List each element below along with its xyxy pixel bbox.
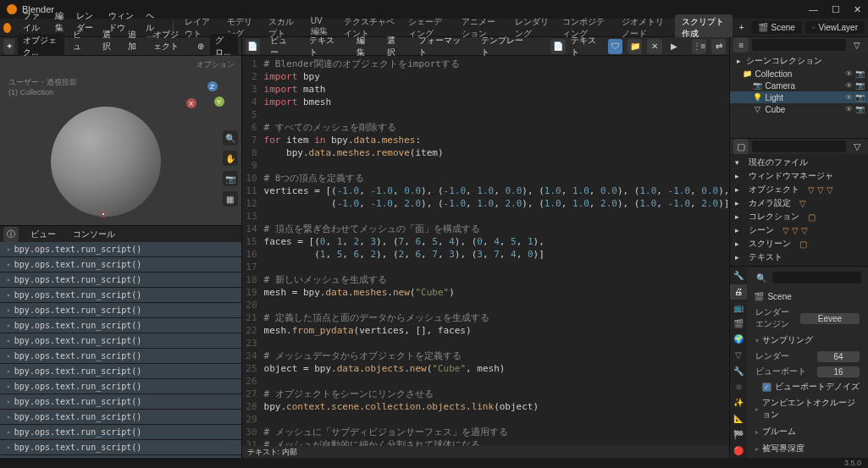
prop-tab[interactable]: 🎬 [730,316,747,331]
props-section[interactable]: ブルーム [750,423,865,440]
prop-tab[interactable]: 🔧 [730,364,747,379]
props-section[interactable]: SSS [750,457,865,458]
console-line[interactable]: ▸bpy.ops.text.run_script() [0,273,241,288]
console-line[interactable]: ▸bpy.ops.text.run_script() [0,318,241,333]
console-line[interactable]: ▸bpy.ops.text.run_script() [0,440,241,455]
close-button[interactable]: ✕ [854,4,861,15]
filter-icon[interactable]: ▽ [849,139,865,154]
outliner-editor-icon[interactable]: ≡ [733,37,749,52]
transform-dropdown-icon[interactable]: ⊕ [196,39,207,54]
prop-tab[interactable]: ⚛ [730,379,747,394]
sampling-section[interactable]: サンプリング [750,332,865,349]
blend-file-row[interactable]: ▸カメラ設定▽ [730,196,868,210]
line-numbers-icon[interactable]: ⋮≡ [692,39,706,54]
viewport-samples-input[interactable]: 16 [817,366,860,377]
blend-file-search[interactable] [752,140,846,152]
props-search[interactable] [772,272,861,284]
info-menu[interactable]: ビュー [25,227,61,242]
gizmo-dropdown[interactable]: グロ... [210,34,238,59]
info-menu[interactable]: コンソール [68,227,120,242]
scene-selector[interactable]: 🎬Scene [751,21,802,34]
y-axis-icon[interactable]: Y [214,96,224,107]
console-line[interactable]: ▸bpy.ops.text.run_script() [0,425,241,440]
search-icon[interactable]: 🔍 [754,270,769,285]
props-section[interactable]: 被写界深度 [750,440,865,457]
denoise-checkbox[interactable]: ✓ [762,383,771,392]
zoom-icon[interactable]: 🔍 [223,130,238,146]
blender-icon[interactable] [3,23,11,33]
console-line[interactable]: ▸bpy.ops.text.run_script() [0,394,241,410]
pan-icon[interactable]: ✋ [223,151,238,166]
outliner-search[interactable] [752,39,846,51]
outliner-item[interactable]: 📁Collection👁📷 [730,68,868,80]
prop-tab[interactable]: 🔧 [730,268,747,284]
console-line[interactable]: ▸bpy.ops.text.run_script() [0,364,241,379]
filter-icon[interactable]: ▽ [849,37,865,52]
console-line[interactable]: ▸bpy.ops.text.run_script() [0,288,241,303]
render-samples-input[interactable]: 64 [817,351,860,362]
z-axis-icon[interactable]: Z [207,81,218,91]
prop-tab[interactable]: ✨ [730,395,747,410]
outliner-item[interactable]: 📷Camera👁📷 [730,80,868,91]
eye-icon[interactable]: 👁 [845,93,853,102]
outliner-item[interactable]: 💡Light👁📷 [730,91,868,103]
axis-gizmo[interactable]: Z Y X [182,81,224,124]
run-script-button[interactable]: ▶ [667,39,682,54]
syntax-highlight-icon[interactable]: ⇄ [711,39,726,54]
prop-tab[interactable]: 📐 [730,411,747,427]
prop-tab[interactable]: 🏁 [730,427,747,443]
text-name-field[interactable]: テキスト [571,35,603,58]
mode-dropdown[interactable]: オブジェク... [18,34,64,59]
eye-icon[interactable]: 👁 [845,105,853,113]
minimize-button[interactable]: — [809,4,818,15]
prop-tab[interactable]: 🔴 [730,443,747,458]
console-line[interactable]: ▸bpy.ops.text.run_script() [0,257,241,273]
text-editor-icon[interactable]: 📄 [246,39,260,54]
prop-tab[interactable]: 🌍 [730,332,747,347]
sphere-mesh[interactable] [51,107,161,217]
maximize-button[interactable]: ☐ [832,4,840,15]
console-line[interactable]: ▸bpy.ops.text.run_script() [0,242,241,257]
perspective-icon[interactable]: ▦ [223,191,238,206]
info-log-panel[interactable]: ▸bpy.ops.text.run_script()▸bpy.ops.text.… [0,242,241,458]
render-engine-dropdown[interactable]: Eevee [800,313,860,324]
console-line[interactable]: ▸bpy.ops.text.run_script() [0,455,241,458]
shield-icon[interactable]: 🛡 [608,39,622,54]
prop-tab[interactable]: 🖨 [730,284,747,300]
render-icon[interactable]: 📷 [855,81,865,90]
editor-type-icon[interactable]: ✦ [3,39,14,54]
console-line[interactable]: ▸bpy.ops.text.run_script() [0,379,241,394]
blend-file-row[interactable]: ▸スクリーン▢ [730,237,868,251]
blend-file-row[interactable]: ▸テキスト [730,251,868,264]
blend-file-row[interactable]: ▸コレクション▢ [730,210,868,223]
camera-icon[interactable]: 📷 [223,171,238,186]
console-line[interactable]: ▸bpy.ops.text.run_script() [0,333,241,349]
viewlayer-selector[interactable]: ▫ViewLayer [805,21,865,34]
console-line[interactable]: ▸bpy.ops.text.run_script() [0,410,241,425]
scene-collection-row[interactable]: ▸ シーンコレクション [730,54,868,68]
text-editor-area[interactable]: 1# Blender関連のオブジェクトをimportする2import bpy3… [242,56,730,446]
console-line[interactable]: ▸bpy.ops.text.run_script() [0,303,241,318]
outliner-item[interactable]: ▽Cube👁📷 [730,103,868,115]
current-file-row[interactable]: ▾ 現在のファイル [730,156,868,169]
outliner-mode-icon[interactable]: ▢ [733,139,749,154]
add-workspace-button[interactable]: + [734,21,749,34]
prop-tab[interactable]: ▽ [730,348,747,363]
console-line[interactable]: ▸bpy.ops.text.run_script() [0,349,241,364]
blend-file-row[interactable]: ▸ウィンドウマネージャ [730,169,868,183]
render-icon[interactable]: 📷 [855,69,865,78]
render-icon[interactable]: 📷 [855,105,865,113]
eye-icon[interactable]: 👁 [845,69,853,78]
props-section[interactable]: アンビエントオクルージョン [750,394,865,423]
blend-file-row[interactable]: ▸シーン▽ ▽ ▽ [730,223,868,237]
text-block-icon[interactable]: 📄 [550,39,565,54]
prop-tab[interactable]: 📺 [730,300,747,316]
blend-file-row[interactable]: ▸オブジェクト▽ ▽ ▽ [730,183,868,196]
viewport-options[interactable]: オプション [196,59,235,70]
3d-viewport[interactable]: オプション ユーザー・透視投影 (1) Collection Z Y X 🔍 ✋… [0,56,241,225]
scene-breadcrumb[interactable]: Scene [767,292,791,301]
render-icon[interactable]: 📷 [855,93,865,102]
x-axis-icon[interactable]: X [186,98,196,108]
eye-icon[interactable]: 👁 [845,81,853,90]
unlink-icon[interactable]: ✕ [647,39,661,54]
